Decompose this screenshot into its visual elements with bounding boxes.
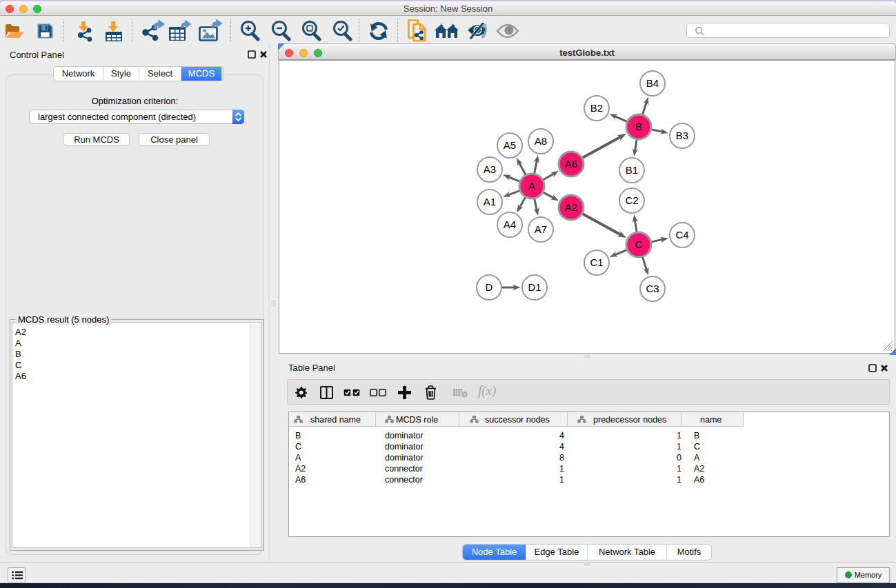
svg-text:C4: C4 xyxy=(675,229,688,241)
svg-text:C1: C1 xyxy=(590,256,603,268)
svg-text:A1: A1 xyxy=(484,196,496,207)
svg-text:A7: A7 xyxy=(535,223,547,235)
svg-text:D: D xyxy=(486,281,493,293)
svg-text:B: B xyxy=(635,121,642,132)
svg-text:A4: A4 xyxy=(504,219,516,230)
svg-text:B3: B3 xyxy=(676,130,688,141)
svg-text:A8: A8 xyxy=(535,135,547,147)
svg-text:A: A xyxy=(528,180,535,192)
svg-text:A5: A5 xyxy=(504,139,516,151)
svg-text:A2: A2 xyxy=(565,201,577,213)
svg-text:B4: B4 xyxy=(646,77,659,89)
svg-text:C: C xyxy=(635,239,643,250)
svg-text:A6: A6 xyxy=(565,158,577,170)
svg-text:B2: B2 xyxy=(590,102,603,114)
svg-text:B1: B1 xyxy=(626,164,638,176)
svg-text:C2: C2 xyxy=(625,194,638,206)
svg-text:A3: A3 xyxy=(484,163,496,175)
svg-text:D1: D1 xyxy=(528,281,541,293)
svg-text:C3: C3 xyxy=(646,283,659,294)
